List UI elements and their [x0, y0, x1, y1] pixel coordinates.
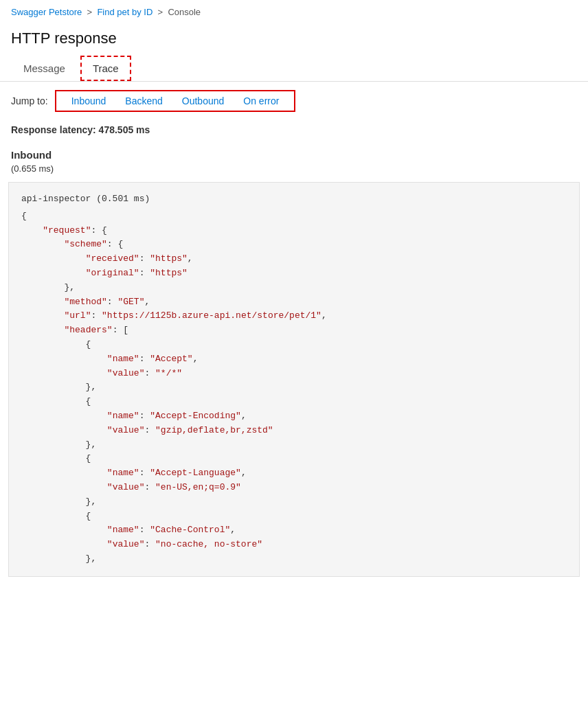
code-line-received: "received": "https",: [21, 252, 567, 266]
code-line-original: "original": "https": [21, 266, 567, 281]
code-line-request: "request": {: [21, 224, 567, 238]
code-block-inbound: api-inspector (0.501 ms) { "request": { …: [8, 182, 580, 577]
code-line-h2-value: "value": "gzip,deflate,br,zstd": [21, 424, 567, 438]
breadcrumb-current: Console: [168, 7, 201, 17]
response-latency: Response latency: 478.505 ms: [0, 120, 588, 144]
breadcrumb-link-swagger[interactable]: Swagger Petstore: [11, 7, 82, 17]
code-line-h4-open: {: [21, 510, 567, 524]
code-line-h4-name: "name": "Cache-Control",: [21, 523, 567, 538]
code-line-h1-value: "value": "*/*": [21, 367, 567, 381]
tab-message[interactable]: Message: [11, 56, 78, 81]
code-line-h2-open: {: [21, 395, 567, 409]
code-line-method: "method": "GET",: [21, 295, 567, 310]
inspector-header: api-inspector (0.501 ms): [21, 192, 567, 207]
breadcrumb: Swagger Petstore > Find pet by ID > Cons…: [0, 0, 588, 24]
jump-to-links: Inbound Backend Outbound On error: [55, 90, 296, 112]
code-line-headers: "headers": [: [21, 323, 567, 338]
code-line-h3-name: "name": "Accept-Language",: [21, 466, 567, 481]
code-line-h1-open: {: [21, 338, 567, 352]
jump-link-inbound[interactable]: Inbound: [65, 94, 113, 108]
code-line-h3-value: "value": "en-US,en;q=0.9": [21, 481, 567, 495]
breadcrumb-link-findpet[interactable]: Find pet by ID: [97, 7, 152, 17]
code-line-open-brace: {: [21, 209, 567, 224]
code-line-h2-close: },: [21, 438, 567, 453]
code-line-url: "url": "https://1125b.azure-api.net/stor…: [21, 309, 567, 323]
code-line-h2-name: "name": "Accept-Encoding",: [21, 409, 567, 424]
section-timing-inbound: (0.655 ms): [0, 162, 588, 179]
code-line-h1-close: },: [21, 380, 567, 395]
code-line-h1-name: "name": "Accept",: [21, 352, 567, 367]
code-line-h4-close: },: [21, 552, 567, 567]
jump-link-backend[interactable]: Backend: [118, 94, 169, 108]
code-line-scheme: "scheme": {: [21, 238, 567, 252]
jump-link-outbound[interactable]: Outbound: [175, 94, 231, 108]
tab-trace[interactable]: Trace: [80, 56, 131, 81]
tabs-row: Message Trace: [0, 56, 588, 82]
section-title-inbound: Inbound: [0, 144, 588, 162]
code-line-h4-value: "value": "no-cache, no-store": [21, 538, 567, 552]
code-line-h3-open: {: [21, 452, 567, 466]
jump-to-label: Jump to:: [11, 95, 48, 106]
code-line-scheme-close: },: [21, 281, 567, 295]
page-title: HTTP response: [0, 24, 588, 56]
jump-link-onerror[interactable]: On error: [236, 94, 286, 108]
jump-to-row: Jump to: Inbound Backend Outbound On err…: [0, 82, 588, 120]
code-line-h3-close: },: [21, 495, 567, 510]
